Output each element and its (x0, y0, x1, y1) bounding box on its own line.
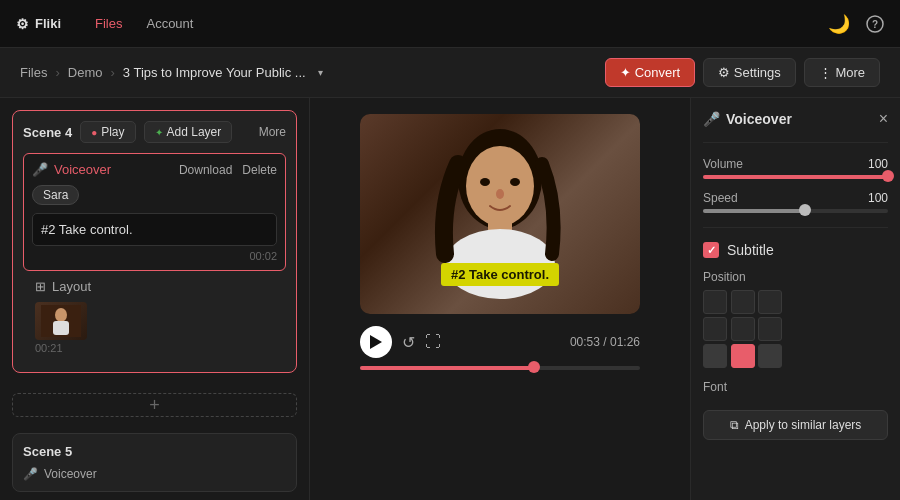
settings-button[interactable]: ⚙ Settings (703, 58, 796, 87)
svg-point-12 (496, 189, 504, 199)
speed-value: 100 (868, 191, 888, 205)
font-label: Font (703, 380, 888, 394)
pos-cell-0-1[interactable] (731, 290, 755, 314)
top-nav: ⚙ Fliki Files Account 🌙 ? (0, 0, 900, 48)
speed-slider[interactable] (703, 209, 888, 213)
volume-handle[interactable] (882, 170, 894, 182)
layout-thumb-inner (35, 302, 87, 340)
vo-label: Voiceover (54, 162, 111, 177)
right-panel: 🎤 Voiceover × Volume 100 Speed 100 (690, 98, 900, 500)
convert-button[interactable]: ✦ Convert (605, 58, 695, 87)
scene4-more-button[interactable]: More (259, 125, 286, 139)
nav-link-account[interactable]: Account (136, 12, 203, 35)
svg-rect-4 (53, 321, 69, 335)
pos-cell-0-0[interactable] (703, 290, 727, 314)
progress-bar[interactable] (360, 366, 640, 370)
layout-section: ⊞ Layout 00:21 (23, 279, 286, 362)
pos-cell-2-2[interactable] (758, 344, 782, 368)
layout-thumb-svg (41, 305, 81, 337)
speed-handle[interactable] (799, 204, 811, 216)
voice-tag[interactable]: Sara (32, 185, 79, 205)
gear-icon: ⚙ (16, 16, 29, 32)
pos-cell-0-2[interactable] (758, 290, 782, 314)
volume-label-row: Volume 100 (703, 157, 888, 171)
speed-slider-row: Speed 100 (703, 191, 888, 213)
svg-point-10 (480, 178, 490, 186)
rp-close-button[interactable]: × (879, 110, 888, 128)
scene4-play-button[interactable]: ● Play (80, 121, 135, 143)
main-layout: Scene 4 ● Play ✦ Add Layer More 🎤 Voiceo… (0, 98, 900, 500)
delete-link[interactable]: Delete (242, 163, 277, 177)
layout-thumbnail[interactable] (35, 302, 87, 340)
nav-right: 🌙 ? (828, 13, 884, 35)
download-link[interactable]: Download (179, 163, 232, 177)
play-pause-button[interactable] (360, 326, 392, 358)
layout-header: ⊞ Layout (35, 279, 274, 294)
breadcrumb-sep-2: › (110, 65, 114, 80)
svg-point-3 (55, 308, 67, 322)
divider-2 (703, 227, 888, 228)
pos-cell-1-0[interactable] (703, 317, 727, 341)
volume-value: 100 (868, 157, 888, 171)
play-dot-icon: ● (91, 127, 97, 138)
position-label: Position (703, 270, 888, 284)
svg-point-11 (510, 178, 520, 186)
bc-actions: ✦ Convert ⚙ Settings ⋮ More (605, 58, 880, 87)
copy-icon: ⧉ (730, 418, 739, 432)
scene5-header: Scene 5 (23, 444, 286, 459)
rp-mic-icon: 🎤 (703, 111, 720, 127)
nav-link-files[interactable]: Files (85, 12, 132, 35)
svg-text:?: ? (872, 19, 878, 30)
add-layer-button[interactable]: ✦ Add Layer (144, 121, 233, 143)
time-display: 00:53 / 01:26 (570, 335, 640, 349)
scene4-title: Scene 4 (23, 125, 72, 140)
center-panel: #2 Take control. ↺ ⛶ 00:53 / 01:26 (310, 98, 690, 500)
add-scene-button[interactable]: + (12, 393, 297, 417)
pos-cell-2-1[interactable] (731, 344, 755, 368)
help-icon: ? (866, 15, 884, 33)
mic-small-icon: 🎤 (32, 162, 48, 177)
scene5-card: Scene 5 🎤 Voiceover (12, 433, 297, 492)
vo-text-box[interactable]: #2 Take control. (32, 213, 277, 246)
breadcrumb-demo[interactable]: Demo (68, 65, 103, 80)
check-icon: ✓ (707, 244, 716, 257)
volume-fill (703, 175, 888, 179)
subtitle-label: Subtitle (727, 242, 774, 258)
app-logo: ⚙ Fliki (16, 16, 61, 32)
fullscreen-icon[interactable]: ⛶ (425, 333, 441, 351)
speed-label-row: Speed 100 (703, 191, 888, 205)
video-bg: #2 Take control. (360, 114, 640, 314)
scene5-mic-icon: 🎤 (23, 467, 38, 481)
rewind-icon[interactable]: ↺ (402, 333, 415, 352)
scene5-vo: 🎤 Voiceover (23, 467, 286, 481)
volume-slider[interactable] (703, 175, 888, 179)
subtitle-checkbox[interactable]: ✓ (703, 242, 719, 258)
scene5-vo-label: Voiceover (44, 467, 97, 481)
pos-cell-2-0[interactable] (703, 344, 727, 368)
pos-cell-1-2[interactable] (758, 317, 782, 341)
progress-handle[interactable] (528, 361, 540, 373)
dark-mode-button[interactable]: 🌙 (828, 13, 850, 35)
leaf-icon: ✦ (155, 127, 163, 138)
scene4-card: Scene 4 ● Play ✦ Add Layer More 🎤 Voiceo… (12, 110, 297, 373)
add-layer-label: Add Layer (167, 125, 222, 139)
breadcrumb-current[interactable]: 3 Tips to Improve Your Public ... (123, 65, 306, 80)
apply-to-similar-button[interactable]: ⧉ Apply to similar layers (703, 410, 888, 440)
app-name: Fliki (35, 16, 61, 31)
breadcrumb-files[interactable]: Files (20, 65, 47, 80)
position-grid (703, 290, 783, 368)
rp-title: 🎤 Voiceover (703, 111, 792, 127)
rp-title-text: Voiceover (726, 111, 792, 127)
apply-btn-label: Apply to similar layers (745, 418, 862, 432)
progress-fill (360, 366, 534, 370)
nav-links: Files Account (85, 12, 203, 35)
pos-cell-1-1[interactable] (731, 317, 755, 341)
breadcrumb-bar: Files › Demo › 3 Tips to Improve Your Pu… (0, 48, 900, 98)
subtitle-row: ✓ Subtitle (703, 242, 888, 258)
svg-marker-13 (370, 335, 382, 349)
breadcrumb-dropdown-icon[interactable]: ▾ (318, 67, 323, 78)
more-button[interactable]: ⋮ More (804, 58, 880, 87)
font-section: Font (703, 380, 888, 398)
rp-header: 🎤 Voiceover × (703, 110, 888, 128)
help-button[interactable]: ? (866, 15, 884, 33)
